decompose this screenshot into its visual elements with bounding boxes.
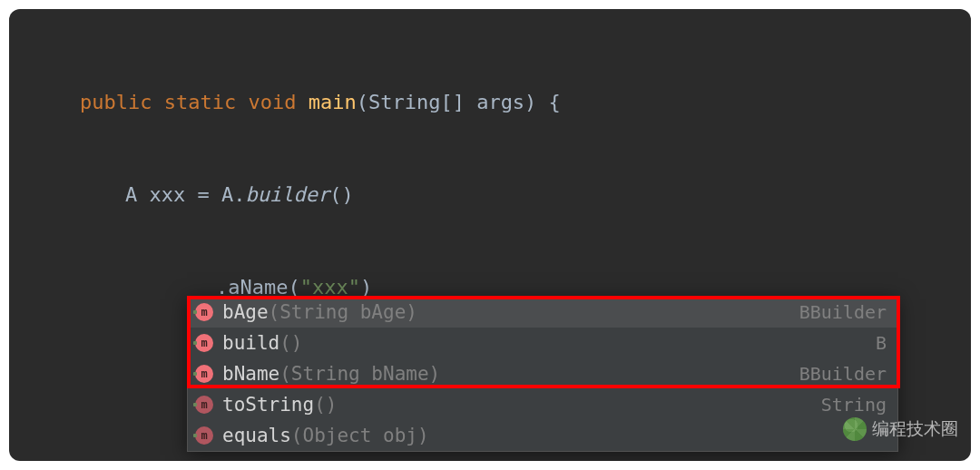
keyword-void: void [248,91,296,113]
keyword-static: static [164,91,236,113]
watermark-text: 编程技术圈 [872,417,958,441]
method-icon: m [195,365,213,383]
method-name-main: main [309,91,357,113]
code-line-1[interactable]: public static void main(String[] args) { [9,87,971,118]
completion-return-type: String [821,394,887,416]
code-line-2[interactable]: A xxx = A.builder() [9,180,971,211]
completion-label: bName(String bName) [222,363,799,385]
completion-label: build() [222,332,876,354]
parens-1: () [329,183,354,206]
completion-item-bAge[interactable]: mbAge(String bAge)BBuilder [188,297,897,328]
completion-label: equals(Object obj) [222,425,887,446]
builder-call-1: builder [245,183,329,206]
completion-return-type: BBuilder [799,301,887,323]
watermark: 编程技术圈 [843,417,958,441]
completion-item-toString[interactable]: mtoString()String [188,389,897,420]
completion-label: toString() [222,394,821,416]
completion-item-build[interactable]: mbuild()B [188,328,897,358]
completion-return-type: B [876,332,887,354]
completion-item-bName[interactable]: mbName(String bName)BBuilder [188,358,897,389]
method-icon: m [195,426,213,445]
code-completion-popup[interactable]: mbAge(String bAge)BBuildermbuild()BmbNam… [187,296,898,452]
code-line-5[interactable]: .build(); [9,457,971,461]
method-icon: m [195,334,213,352]
method-icon: m [195,303,213,321]
build-call: .build(); [216,457,324,461]
completion-return-type: BBuilder [799,363,887,385]
method-icon: m [195,396,213,414]
code-editor[interactable]: { "code": { "line1": { "kw1": "public", … [9,9,971,461]
code-a-decl: A xxx = A. [125,183,245,206]
completion-item-equals[interactable]: mequals(Object obj) [188,420,897,451]
completion-label: bAge(String bAge) [222,301,799,323]
keyword-public: public [80,91,152,113]
wechat-icon [843,417,867,441]
params-main: (String[] args) { [357,91,561,113]
